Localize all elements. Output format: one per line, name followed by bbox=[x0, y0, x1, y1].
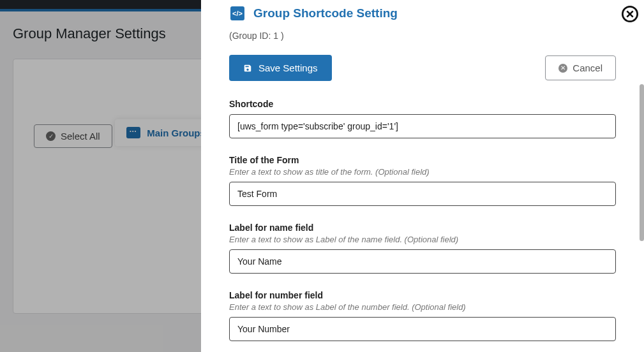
field-label: Shortcode bbox=[229, 99, 616, 109]
field-shortcode: Shortcode bbox=[229, 99, 616, 138]
form-area: Shortcode Title of the Form Enter a text… bbox=[229, 99, 616, 341]
save-label: Save Settings bbox=[258, 62, 318, 73]
field-label: Title of the Form bbox=[229, 155, 616, 165]
field-number-label: Label for number field Enter a text to s… bbox=[229, 290, 616, 341]
action-row: Save Settings ✕ Cancel bbox=[229, 55, 616, 81]
field-hint: Enter a text to show as Label of the nam… bbox=[229, 235, 616, 244]
code-icon: </> bbox=[230, 6, 244, 20]
field-title: Title of the Form Enter a text to show a… bbox=[229, 155, 616, 206]
panel-header: </> Group Shortcode Setting bbox=[229, 0, 616, 20]
name-label-input[interactable] bbox=[229, 249, 616, 274]
save-button[interactable]: Save Settings bbox=[229, 55, 332, 81]
save-icon bbox=[243, 64, 252, 73]
field-hint: Enter a text to show as title of the for… bbox=[229, 167, 616, 177]
group-id-text: (Group ID: 1 ) bbox=[229, 31, 616, 41]
shortcode-setting-panel: </> Group Shortcode Setting (Group ID: 1… bbox=[201, 0, 644, 352]
cancel-button[interactable]: ✕ Cancel bbox=[545, 55, 616, 80]
cancel-label: Cancel bbox=[573, 62, 603, 73]
field-name-label: Label for name field Enter a text to sho… bbox=[229, 223, 616, 274]
shortcode-input[interactable] bbox=[229, 114, 616, 138]
field-label: Label for number field bbox=[229, 290, 616, 300]
cancel-icon: ✕ bbox=[558, 64, 567, 73]
field-hint: Enter a text to show as Label of the num… bbox=[229, 302, 616, 312]
form-title-input[interactable] bbox=[229, 182, 616, 206]
field-label: Label for name field bbox=[229, 223, 616, 233]
number-label-input[interactable] bbox=[229, 317, 616, 341]
panel-title: Group Shortcode Setting bbox=[253, 6, 398, 20]
panel-scrollbar[interactable] bbox=[640, 84, 644, 241]
